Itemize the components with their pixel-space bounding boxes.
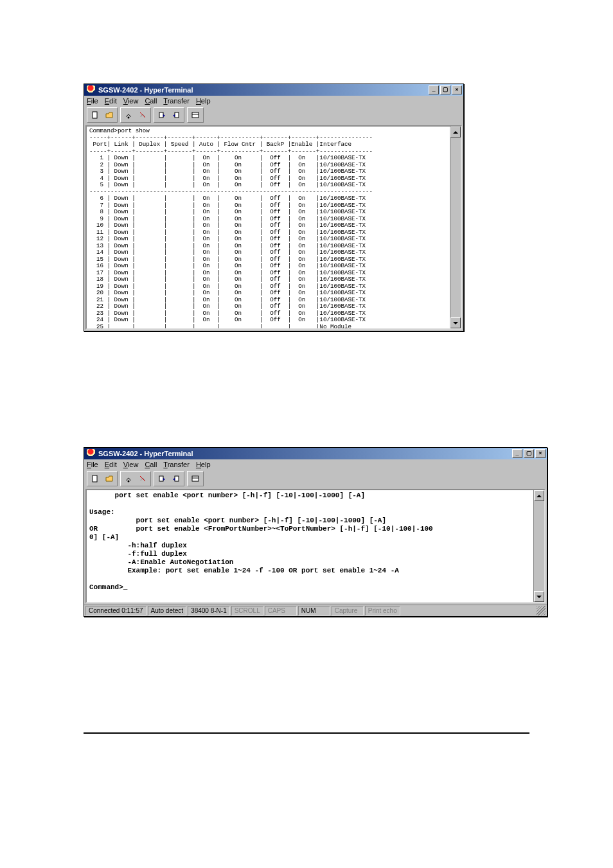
svg-rect-7	[93, 475, 97, 482]
svg-rect-12	[192, 476, 199, 481]
menu-edit[interactable]: Edit	[105, 461, 117, 468]
svg-rect-4	[175, 112, 179, 118]
toolbar	[84, 106, 463, 125]
receive-icon[interactable]	[169, 472, 183, 485]
menu-transfer[interactable]: Transfer	[163, 461, 190, 468]
window-buttons: _ ▢ ×	[429, 85, 462, 94]
titlebar[interactable]: SGSW-2402 - HyperTerminal _ ▢ ×	[84, 448, 547, 459]
window-buttons: _ ▢ ×	[512, 449, 546, 458]
menubar: File Edit View Call Transfer Help	[84, 96, 463, 106]
hyperterminal-window-1: SGSW-2402 - HyperTerminal _ ▢ × File Edi…	[84, 84, 464, 332]
terminal: port set enable <port number> [-h|-f] [-…	[85, 489, 546, 603]
window-title: SGSW-2402 - HyperTerminal	[98, 86, 193, 94]
new-icon[interactable]	[88, 109, 102, 121]
status-connected: Connected 0:11:57	[85, 606, 147, 616]
window-title: SGSW-2402 - HyperTerminal	[98, 450, 193, 457]
properties-icon[interactable]	[188, 109, 202, 121]
menu-file[interactable]: File	[87, 97, 98, 105]
properties-icon[interactable]	[188, 472, 202, 485]
disconnect-icon[interactable]	[136, 109, 150, 121]
disconnect-icon[interactable]	[136, 472, 150, 485]
connect-icon[interactable]	[121, 109, 136, 121]
scroll-up-icon[interactable]	[450, 127, 461, 137]
open-icon[interactable]	[102, 472, 116, 485]
maximize-button[interactable]: ▢	[440, 85, 450, 94]
scroll-up-icon[interactable]	[534, 490, 544, 501]
svg-rect-3	[159, 112, 163, 118]
menu-call[interactable]: Call	[145, 461, 157, 468]
toolbar	[84, 470, 547, 489]
menu-view[interactable]: View	[123, 461, 139, 468]
maximize-button[interactable]: ▢	[524, 449, 534, 458]
scroll-down-icon[interactable]	[534, 591, 544, 602]
minimize-button[interactable]: _	[429, 85, 439, 94]
send-icon[interactable]	[155, 472, 169, 485]
close-button[interactable]: ×	[535, 449, 546, 458]
send-icon[interactable]	[155, 109, 169, 121]
svg-point-8	[128, 481, 130, 483]
terminal-output[interactable]: Command>port show -----+------+--------+…	[87, 127, 461, 328]
status-capture: Capture	[332, 606, 364, 616]
status-echo: Print echo	[365, 606, 400, 616]
svg-point-1	[128, 117, 130, 119]
statusbar: Connected 0:11:57 Auto detect 38400 8-N-…	[84, 605, 547, 616]
status-caps: CAPS	[265, 606, 297, 616]
menu-file[interactable]: File	[87, 461, 98, 468]
status-detect: Auto detect	[148, 606, 187, 616]
minimize-button[interactable]: _	[512, 449, 522, 458]
connect-icon[interactable]	[121, 472, 136, 485]
menu-view[interactable]: View	[123, 97, 139, 105]
menubar: File Edit View Call Transfer Help	[84, 459, 547, 470]
open-icon[interactable]	[102, 109, 116, 121]
status-line: 38400 8-N-1	[188, 606, 230, 616]
menu-call[interactable]: Call	[145, 97, 157, 105]
svg-rect-10	[159, 476, 163, 481]
page-divider	[84, 732, 529, 734]
menu-help[interactable]: Help	[196, 461, 211, 468]
close-button[interactable]: ×	[452, 85, 462, 94]
menu-help[interactable]: Help	[196, 97, 211, 105]
scrollbar[interactable]	[533, 490, 544, 602]
scrollbar[interactable]	[450, 127, 461, 328]
svg-rect-0	[93, 112, 97, 118]
receive-icon[interactable]	[169, 109, 183, 121]
menu-transfer[interactable]: Transfer	[163, 97, 190, 105]
terminal-output[interactable]: port set enable <port number> [-h|-f] [-…	[87, 490, 544, 602]
app-icon	[87, 449, 96, 458]
resize-grip-icon[interactable]	[537, 606, 546, 616]
menu-edit[interactable]: Edit	[105, 97, 117, 105]
status-num: NUM	[298, 606, 330, 616]
app-icon	[87, 85, 96, 94]
status-scroll: SCROLL	[231, 606, 263, 616]
scroll-down-icon[interactable]	[450, 317, 461, 328]
titlebar[interactable]: SGSW-2402 - HyperTerminal _ ▢ ×	[84, 84, 463, 96]
hyperterminal-window-2: SGSW-2402 - HyperTerminal _ ▢ × File Edi…	[84, 447, 547, 617]
new-icon[interactable]	[88, 472, 102, 485]
terminal: Command>port show -----+------+--------+…	[85, 125, 462, 330]
svg-rect-11	[175, 476, 179, 481]
svg-rect-5	[192, 112, 199, 118]
